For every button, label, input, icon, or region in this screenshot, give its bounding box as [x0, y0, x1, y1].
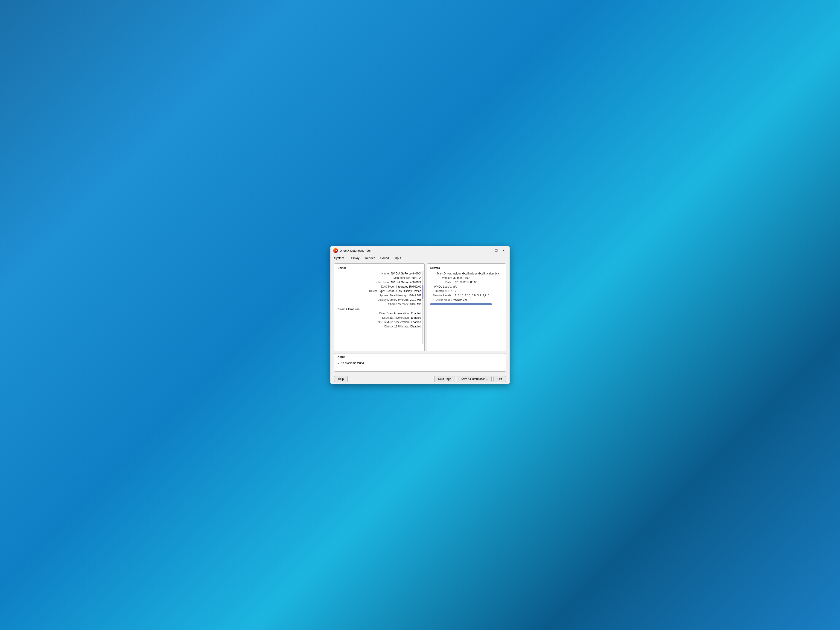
driver-progress-bar: [430, 303, 492, 305]
directdraw-label: DirectDraw Acceleration:: [369, 312, 411, 315]
tab-display[interactable]: Display: [349, 255, 360, 261]
tab-sound[interactable]: Sound: [380, 255, 390, 261]
direct3d-ddi-value: 12: [453, 289, 456, 293]
app-icon: DX: [333, 248, 338, 253]
window-controls: — ☐ ✕: [486, 248, 507, 253]
feature-levels-label: Feature Levels:: [430, 294, 453, 297]
device-panel: Device Name: NVIDIA GeForce 940MX Manufa…: [334, 264, 425, 351]
device-type-label: Device Type:: [345, 289, 386, 293]
dx12-ultimate-value: Disabled: [411, 325, 421, 328]
content-area: Device Name: NVIDIA GeForce 940MX Manufa…: [330, 261, 510, 374]
next-page-button[interactable]: Next Page: [434, 376, 455, 382]
agp-row: AGP Texture Acceleration: Enabled: [338, 321, 421, 324]
device-type-row: Device Type: Render-Only Display Device: [338, 289, 421, 293]
driver-version-value: 30.0.15.1169: [453, 276, 469, 279]
device-panel-title: Device: [338, 267, 421, 270]
device-name-label: Name:: [349, 272, 391, 275]
device-type-value: Render-Only Display Device: [386, 289, 421, 293]
bottom-btn-group: Next Page Save All Information... Exit: [434, 376, 506, 382]
tab-render[interactable]: Render: [365, 255, 375, 261]
directdraw-row: DirectDraw Acceleration: Enabled: [338, 312, 421, 315]
device-total-memory-label: Approx. Total Memory:: [367, 294, 409, 297]
title-bar-left: DX DirectX Diagnostic Tool: [333, 248, 371, 253]
notes-bullet: •: [338, 362, 339, 365]
tab-input[interactable]: Input: [394, 255, 401, 261]
device-shared-memory-label: Shared Memory:: [369, 303, 410, 306]
minimize-button[interactable]: —: [486, 248, 492, 253]
device-name-value: NVIDIA GeForce 940MX: [391, 272, 421, 275]
main-driver-row: Main Driver: nvldumdx.dll,nvldumdx.dll,n…: [430, 272, 502, 275]
direct3d-value: Enabled: [411, 316, 421, 319]
whql-label: WHQL Logo'd:: [430, 285, 453, 288]
device-scrollbar-thumb[interactable]: [422, 285, 423, 299]
device-name-row: Name: NVIDIA GeForce 940MX: [338, 272, 421, 275]
device-chip-value: NVIDIA GeForce 940MX: [391, 281, 421, 284]
device-scrollbar-track[interactable]: [422, 270, 423, 344]
driver-model-label: Driver Model:: [430, 298, 453, 302]
driver-model-value: WDDM 3.0: [453, 298, 467, 302]
direct3d-ddi-row: Direct3D DDI: 12: [430, 289, 502, 293]
driver-date-row: Date: 1/31/2022 17:00:00: [430, 281, 502, 284]
device-manufacturer-value: NVIDIA: [412, 276, 421, 279]
dx12-ultimate-label: DirectX 12 Ultimate:: [369, 325, 411, 328]
directx-diagnostic-window: DX DirectX Diagnostic Tool — ☐ ✕ System …: [330, 246, 510, 384]
device-total-memory-value: 10142 MB: [409, 294, 421, 297]
device-manufacturer-row: Manufacturer: NVIDIA: [338, 276, 421, 279]
direct3d-row: Direct3D Acceleration: Enabled: [338, 316, 421, 319]
title-bar: DX DirectX Diagnostic Tool — ☐ ✕: [330, 246, 510, 254]
device-dac-label: DAC Type:: [354, 285, 396, 288]
help-button[interactable]: Help: [334, 376, 348, 382]
bottom-bar: Help Next Page Save All Information... E…: [330, 374, 510, 384]
drivers-panel-title: Drivers: [430, 267, 502, 270]
direct3d-label: Direct3D Acceleration:: [369, 316, 411, 319]
device-dac-value: Integrated RAMDAC: [396, 285, 421, 288]
notes-section: Notes • No problems found.: [334, 353, 506, 372]
driver-version-label: Version:: [430, 276, 453, 279]
dx12-ultimate-row: DirectX 12 Ultimate: Disabled: [338, 325, 421, 328]
driver-date-value: 1/31/2022 17:00:00: [453, 281, 477, 284]
main-driver-label: Main Driver:: [430, 272, 453, 275]
notes-item-0: No problems found.: [341, 362, 365, 365]
device-chip-label: Chip Type:: [349, 281, 391, 284]
notes-title: Notes: [338, 355, 502, 358]
directx-features-title: DirectX Features: [338, 308, 421, 311]
device-manufacturer-label: Manufacturer:: [371, 276, 412, 279]
whql-value: n/a: [453, 285, 457, 288]
device-shared-memory-row: Shared Memory: 8132 MB: [338, 303, 421, 306]
tab-bar: System Display Render Sound Input: [330, 254, 510, 261]
window-title: DirectX Diagnostic Tool: [339, 249, 371, 253]
save-info-button[interactable]: Save All Information...: [457, 376, 492, 382]
main-driver-value: nvldumdx.dll,nvldumdx.dll,nvldumdx.c: [453, 272, 500, 275]
device-dac-row: DAC Type: Integrated RAMDAC: [338, 285, 421, 288]
feature-levels-value: 11_0,10_1,10_0,9_3,9_2,9_1: [453, 294, 489, 297]
driver-version-row: Version: 30.0.15.1169: [430, 276, 502, 279]
exit-button[interactable]: Exit: [493, 376, 506, 382]
notes-content: • No problems found.: [338, 362, 502, 365]
tab-system[interactable]: System: [334, 255, 344, 261]
close-button[interactable]: ✕: [501, 248, 507, 253]
drivers-panel: Drivers Main Driver: nvldumdx.dll,nvldum…: [427, 264, 506, 351]
driver-date-label: Date:: [430, 281, 453, 284]
feature-levels-row: Feature Levels: 11_0,10_1,10_0,9_3,9_2,9…: [430, 294, 502, 297]
direct3d-ddi-label: Direct3D DDI:: [430, 289, 453, 293]
device-vram-value: 2010 MB: [410, 298, 421, 302]
maximize-button[interactable]: ☐: [493, 248, 499, 253]
device-vram-row: Display Memory (VRAM): 2010 MB: [338, 298, 421, 302]
device-chip-row: Chip Type: NVIDIA GeForce 940MX: [338, 281, 421, 284]
whql-row: WHQL Logo'd: n/a: [430, 285, 502, 288]
device-vram-label: Display Memory (VRAM):: [369, 298, 410, 302]
panels-row: Device Name: NVIDIA GeForce 940MX Manufa…: [334, 264, 506, 351]
device-shared-memory-value: 8132 MB: [410, 303, 421, 306]
driver-model-row: Driver Model: WDDM 3.0: [430, 298, 502, 302]
agp-label: AGP Texture Acceleration:: [369, 321, 411, 324]
agp-value: Enabled: [411, 321, 421, 324]
directdraw-value: Enabled: [411, 312, 421, 315]
device-total-memory-row: Approx. Total Memory: 10142 MB: [338, 294, 421, 297]
